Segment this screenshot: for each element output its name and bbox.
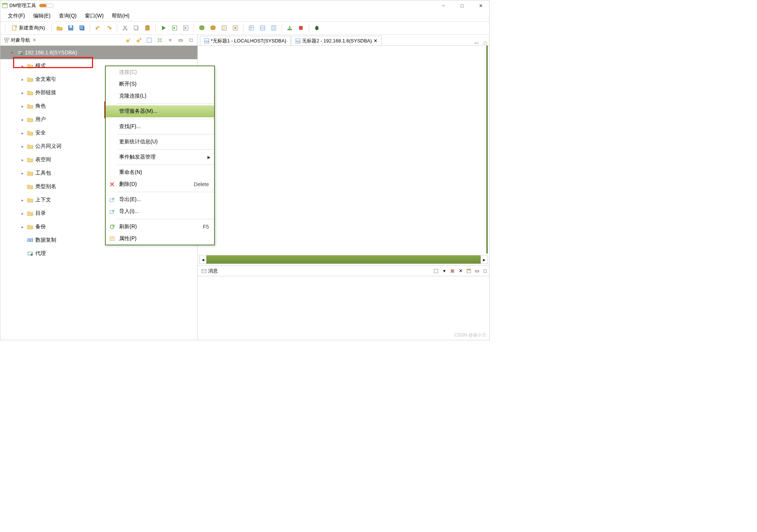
ctx-disconnect[interactable]: 断开(S) [106, 78, 214, 90]
expand-arrow-icon[interactable]: ▸ [20, 198, 25, 202]
stop-button[interactable] [295, 23, 306, 33]
tree-item[interactable]: 代理 [0, 247, 197, 260]
grid2-button[interactable] [257, 23, 268, 33]
scroll-left-icon[interactable]: ◂ [200, 255, 206, 264]
sql-file-icon: SQL [204, 38, 209, 44]
scrollbar-track[interactable] [206, 255, 481, 264]
editor-minimize-icon[interactable]: ▭ [472, 40, 480, 45]
tree-server-node[interactable]: ▾ 192.168.1.6(SYSDBA) [0, 46, 197, 59]
ctx-rename[interactable]: 重命名(N) [106, 166, 214, 178]
nav-tool-expand-icon[interactable] [156, 36, 164, 44]
copy-button[interactable] [131, 23, 142, 33]
expand-arrow-icon[interactable]: ▸ [20, 171, 25, 175]
msg-minimize-icon[interactable]: ▭ [473, 267, 481, 275]
msg-tool-stop-icon[interactable] [448, 267, 457, 275]
title-bar: DM管理工具 − □ ✕ [0, 0, 489, 11]
ctx-import[interactable]: 导入(I)... [106, 206, 214, 217]
nav-tool-dropdown-icon[interactable]: ▿ [166, 36, 174, 44]
menu-help[interactable]: 帮助(H) [112, 13, 129, 19]
main-toolbar: 新建查询(N) [0, 21, 489, 35]
menu-query[interactable]: 查询(Q) [59, 13, 77, 19]
expand-arrow-icon[interactable]: ▸ [20, 144, 25, 149]
server-label: 192.168.1.6(SYSDBA) [25, 50, 77, 55]
expand-arrow-icon[interactable]: ▸ [20, 77, 25, 82]
save-button[interactable] [65, 23, 76, 33]
grid1-button[interactable] [246, 23, 257, 33]
expand-arrow-icon[interactable]: ▸ [20, 118, 25, 122]
paste-button[interactable] [142, 23, 153, 33]
nav-tool-connect-icon[interactable] [124, 36, 133, 44]
open-button[interactable] [54, 23, 65, 33]
message-body [198, 276, 489, 340]
expand-arrow-icon[interactable]: ▸ [20, 158, 25, 162]
redo-button[interactable] [104, 23, 115, 33]
export-button[interactable] [284, 23, 295, 33]
commit-button[interactable] [196, 23, 207, 33]
msg-tool-filter-icon[interactable] [432, 267, 440, 275]
msg-tool-clear-icon[interactable]: ✕ [457, 267, 465, 275]
window-close-button[interactable]: ✕ [472, 1, 489, 10]
window-minimize-button[interactable]: − [435, 1, 452, 10]
nav-tool-disconnect-icon[interactable] [135, 36, 143, 44]
editor-maximize-icon[interactable]: □ [481, 40, 489, 45]
menu-window[interactable]: 窗口(W) [85, 13, 104, 19]
debug-button[interactable] [311, 23, 322, 33]
ctx-refresh[interactable]: 刷新(R)F5 [106, 221, 214, 233]
window-maximize-button[interactable]: □ [454, 1, 471, 10]
ctx-export[interactable]: 导出(E)... [106, 194, 214, 206]
tree-item-label: 全文索引 [35, 76, 56, 83]
svg-point-27 [316, 26, 318, 27]
ctx-delete[interactable]: 删除(D)Delete [106, 178, 214, 190]
msg-maximize-icon[interactable]: □ [481, 267, 489, 275]
cut-button[interactable] [120, 23, 131, 33]
undo-button[interactable] [92, 23, 104, 33]
nav-tool-view-icon[interactable] [145, 36, 153, 44]
editor-tab-2[interactable]: SQL 无标题2 - 192.168.1.6(SYSDBA) ✕ [291, 36, 382, 45]
ctx-find[interactable]: 查找(F)... [106, 121, 214, 133]
ctx-clone[interactable]: 克隆连接(L) [106, 90, 214, 102]
run-step-button[interactable] [180, 23, 191, 33]
app-icon [2, 3, 8, 9]
grid3-button[interactable] [268, 23, 279, 33]
watermark: CSDN @谈小欠 [454, 332, 486, 338]
run-script-button[interactable] [169, 23, 180, 33]
expand-arrow-icon[interactable]: ▸ [20, 91, 25, 95]
sql-editor-area[interactable]: ◂ ▸ [198, 46, 489, 265]
expand-arrow-icon[interactable]: ▸ [20, 211, 25, 216]
panel-minimize-icon[interactable]: ▭ [176, 36, 185, 44]
ctx-properties[interactable]: 属性(P) [106, 233, 214, 245]
new-query-button[interactable]: 新建查询(N) [7, 23, 49, 33]
explain-button[interactable] [219, 23, 230, 33]
expand-arrow-icon[interactable]: ▸ [20, 131, 25, 135]
message-tab[interactable]: 消息 [198, 267, 222, 275]
expand-arrow-icon[interactable]: ▸ [20, 225, 25, 229]
panel-maximize-icon[interactable]: □ [187, 36, 195, 44]
save-all-button[interactable] [76, 23, 88, 33]
tab-close-icon[interactable]: ✕ [373, 38, 378, 44]
object-nav-tab[interactable]: 对象导航 ✕ [2, 36, 39, 45]
tab-close-icon[interactable]: ✕ [32, 37, 36, 43]
svg-rect-22 [260, 26, 265, 30]
ctx-manage-server[interactable]: 管理服务器(M)... [106, 105, 214, 117]
collapse-arrow-icon[interactable]: ▾ [9, 51, 15, 55]
message-icon [201, 268, 207, 274]
ctx-trigger-mgmt[interactable]: 事件触发器管理▶ [106, 151, 214, 163]
menu-edit[interactable]: 编辑(E) [33, 13, 51, 19]
menu-file[interactable]: 文件(F) [8, 13, 25, 19]
msg-tool-pin-icon[interactable] [465, 267, 473, 275]
rollback-button[interactable] [207, 23, 219, 33]
scroll-right-icon[interactable]: ▸ [481, 255, 487, 264]
run-button[interactable] [158, 23, 169, 33]
expand-arrow-icon[interactable]: ▸ [20, 104, 25, 108]
folder-icon [27, 143, 33, 149]
expand-arrow-icon[interactable]: ▸ [20, 64, 25, 68]
editor-horizontal-scrollbar[interactable]: ◂ ▸ [199, 255, 488, 264]
svg-point-40 [31, 254, 33, 256]
ctx-update-stats[interactable]: 更新统计信息(U) [106, 136, 214, 148]
tree-item-label: 代理 [35, 250, 46, 257]
editor-tab-1[interactable]: SQL *无标题1 - LOCALHOST(SYSDBA) [200, 36, 290, 45]
sql-text-input[interactable] [199, 45, 488, 254]
plan-button[interactable] [230, 23, 241, 33]
msg-dropdown-icon[interactable]: ▾ [440, 267, 448, 275]
folder-icon [27, 210, 33, 216]
